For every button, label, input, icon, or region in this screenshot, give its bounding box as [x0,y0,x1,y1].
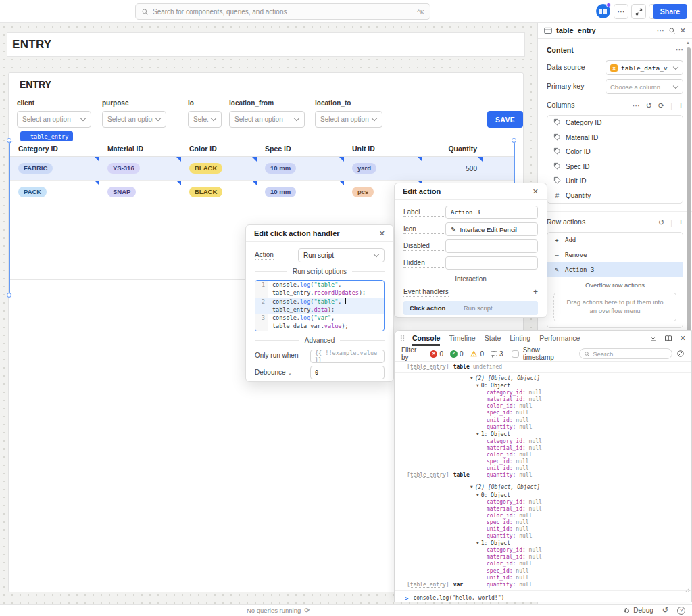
console-tab-linting[interactable]: Linting [510,331,530,346]
action-select[interactable]: Run script [298,248,385,262]
add-event-handler-button[interactable]: + [533,287,538,297]
more-options-button[interactable]: ⋯ [614,4,628,19]
message-filter[interactable]: 3 [491,350,505,358]
icon-input[interactable]: ✎Interface Edit Pencil [445,222,538,236]
label-input[interactable]: Action 3 [445,206,538,219]
table-row[interactable]: FABRICYS-316BLACK10 mmyard500 [10,157,514,181]
table-component-tag[interactable]: table_entry [20,131,73,141]
primary-key-select[interactable]: Choose a column [606,79,683,94]
table-cell[interactable]: FABRIC [10,157,99,180]
click-action-handler-row[interactable]: Click action Run script [403,301,538,315]
console-tab-console[interactable]: Console [412,331,440,346]
column-item-category-id[interactable]: Category ID [547,116,683,131]
warning-filter[interactable]: ⚠0 [470,350,487,358]
table-cell[interactable]: BLACK [181,181,257,204]
io-select[interactable]: Sele. [188,111,222,128]
row-action-add[interactable]: +Add [547,233,683,247]
table-cell[interactable]: PACK [10,181,99,204]
error-filter[interactable]: ✕0 [430,350,445,358]
row-action-remove[interactable]: —Remove [547,247,683,262]
table-cell[interactable]: SNAP [99,181,181,204]
clear-console-icon[interactable] [676,350,685,358]
inspector-search-icon[interactable] [668,27,676,34]
console-prompt-entry[interactable]: >console.log("hello, world!") [395,591,691,602]
table-cell[interactable]: 500 [422,157,483,180]
success-filter[interactable]: ✓0 [450,350,466,358]
column-header[interactable]: Color ID [181,145,257,153]
inspector-more-button[interactable]: ⋯ [657,26,664,35]
column-item-quantity[interactable]: #Quantity [547,189,683,204]
column-header[interactable]: Spec ID [257,145,344,153]
console-log-area[interactable]: [table_entry]tableundefined▼(2) [Object,… [395,362,691,602]
drag-handle-icon[interactable] [24,134,28,139]
columns-reset-icon[interactable]: ↺ [646,101,652,110]
search-input[interactable]: Search for components, queries, and acti… [135,3,430,20]
selection-handle[interactable] [7,138,11,143]
overflow-drop-zone[interactable]: Drag actions here to put them into an ov… [553,293,676,321]
console-tab-performance[interactable]: Performance [539,331,580,346]
console-close-icon[interactable]: ✕ [680,334,686,343]
console-resize-handle[interactable] [684,586,690,592]
debug-button[interactable]: Debug [623,607,653,614]
table-cell[interactable]: 10 mm [257,157,344,180]
show-timestamp-checkbox[interactable] [512,350,519,358]
docs-book-icon[interactable] [664,335,672,342]
download-logs-icon[interactable] [649,335,657,342]
column-header[interactable]: Unit ID [344,145,422,153]
refresh-icon[interactable]: ⟳ [304,607,310,614]
console-tab-timeline[interactable]: Timeline [449,331,475,346]
table-cell[interactable]: BLACK [181,157,257,180]
hidden-input[interactable] [445,256,538,270]
selection-handle[interactable] [7,293,11,298]
inspector-close-icon[interactable]: ✕ [680,26,686,35]
console-tree-entry[interactable]: ▼(2) [Object, Object]▼0: Objectcategory_… [395,373,691,481]
table-cell[interactable]: yard [344,157,422,180]
location_to-select[interactable]: Select an option [315,111,382,128]
add-row-action-button[interactable]: + [678,218,683,227]
tree-preview[interactable]: ▼(2) [Object, Object] [470,375,685,382]
close-icon[interactable]: ✕ [379,229,385,238]
disabled-input[interactable] [445,239,538,253]
row-action-action-3[interactable]: ✎Action 3 [547,262,683,277]
columns-more-button[interactable]: ⋯ [633,101,640,110]
console-search-input[interactable]: Search [579,348,672,359]
only-run-when-input[interactable]: {{ !!example.value }} [310,350,385,363]
console-tab-state[interactable]: State [485,331,501,346]
help-icon[interactable]: ? [677,607,685,615]
add-column-button[interactable]: + [678,101,683,110]
column-header[interactable]: Category ID [10,145,99,153]
row-actions-reset-icon[interactable]: ↺ [658,218,664,227]
avatar[interactable] [596,4,610,18]
client-select[interactable]: Select an option [17,111,91,128]
history-icon[interactable]: ↺ [662,606,668,615]
table-cell[interactable]: 10 mm [257,181,344,204]
selection-handle[interactable] [512,138,516,143]
purpose-select[interactable]: Select an option [102,111,166,128]
expand-button[interactable] [631,4,646,19]
column-item-material-id[interactable]: Material ID [547,131,683,145]
inspector-scrollbar[interactable]: ▲ [687,42,691,348]
console-drag-handle[interactable] [400,335,405,341]
column-item-spec-id[interactable]: Spec ID [547,160,683,174]
location_from-select[interactable]: Select an option [229,111,305,128]
save-button[interactable]: SAVE [487,111,523,128]
scroll-up-arrow[interactable]: ▲ [686,41,690,45]
script-code-editor[interactable]: 1console.log("table",table_entry.recordU… [255,280,385,331]
tree-object[interactable]: ▼1: Object [470,540,685,547]
column-header[interactable]: Quantity [422,145,483,153]
table-cell[interactable]: YS-316 [99,157,181,180]
debounce-input[interactable]: 0 [310,366,385,379]
tree-preview[interactable]: ▼(2) [Object, Object] [470,483,685,491]
console-log-entry[interactable]: [table_entry]tableundefined [395,362,691,373]
column-item-color-id[interactable]: Color ID [547,145,683,160]
console-tree-entry[interactable]: ▼(2) [Object, Object]▼0: Objectcategory_… [395,481,691,590]
scrollbar-thumb[interactable] [687,47,691,345]
column-header[interactable]: Material ID [99,145,181,153]
close-icon[interactable]: ✕ [533,187,539,196]
tree-object[interactable]: ▼0: Object [470,382,685,389]
columns-sync-icon[interactable]: ⟳ [658,101,664,110]
share-button[interactable]: Share [653,4,687,19]
tree-object[interactable]: ▼1: Object [470,431,685,438]
data-source-select[interactable]: x table_data_var [606,60,683,75]
content-more-button[interactable]: ⋯ [676,45,683,54]
